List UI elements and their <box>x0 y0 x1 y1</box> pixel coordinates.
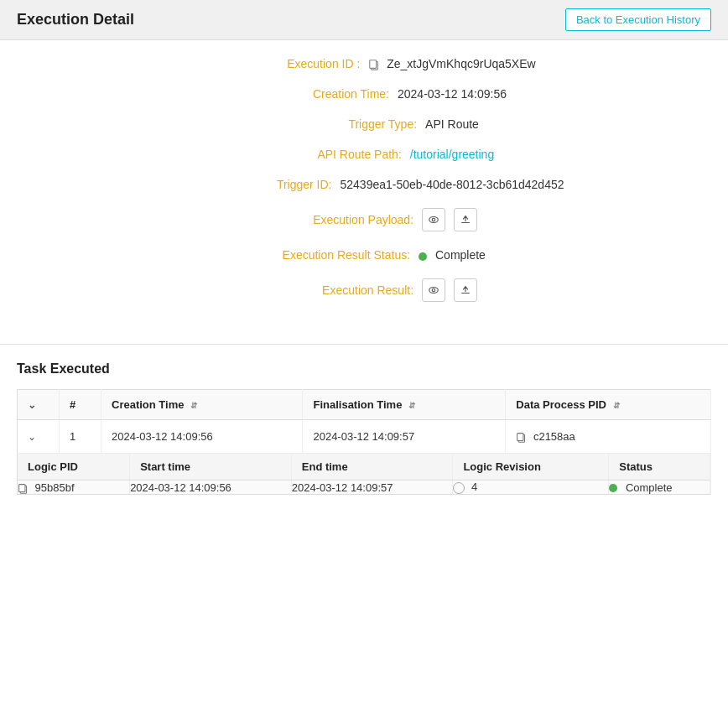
creation-time-label: Creation Time: <box>221 87 389 101</box>
status-dot-complete <box>419 252 427 261</box>
sub-col-logic-pid: Logic PID <box>18 454 130 481</box>
execution-result-download-button[interactable] <box>454 278 477 302</box>
sort-finalisation-time-icon[interactable]: ⇵ <box>408 401 415 410</box>
execution-result-status-text: Complete <box>435 248 486 262</box>
upload-icon <box>460 214 471 226</box>
execution-id-label: Execution ID : <box>192 57 360 70</box>
task-row-1: ⌄ 1 2024-03-12 14:09:56 2024-03-12 14:09… <box>18 420 711 454</box>
execution-payload-view-button[interactable] <box>422 208 445 231</box>
copy-icon[interactable] <box>368 59 380 70</box>
svg-point-5 <box>432 289 435 293</box>
copy-logic-pid-icon[interactable] <box>18 483 29 494</box>
expand-chevron-icon: ⌄ <box>28 399 36 411</box>
sub-status-dot <box>609 484 617 492</box>
col-data-process-pid: Data Process PID ⇵ <box>506 390 711 420</box>
eye-icon-2 <box>428 284 439 296</box>
task-row-data-process-pid-cell: c2158aa <box>506 420 711 454</box>
row-expand-chevron-icon[interactable]: ⌄ <box>28 431 36 443</box>
sub-logic-pid-cell: 95b85bf <box>18 481 130 494</box>
task-table-header-row: ⌄ # Creation Time ⇵ Finalisation Time ⇵ <box>18 390 711 420</box>
sort-data-process-pid-icon[interactable]: ⇵ <box>613 401 620 410</box>
sub-col-end-time: End time <box>291 454 453 481</box>
sub-logic-revision-cell: 4 <box>453 481 609 494</box>
back-to-execution-history-button[interactable]: Back to Execution History <box>565 8 711 31</box>
col-num: # <box>60 390 101 420</box>
execution-result-actions <box>422 278 482 302</box>
execution-id-value: Ze_xtJgVmKhqc9rUqa5XEw <box>368 57 535 70</box>
copy-pid-icon[interactable] <box>516 432 527 443</box>
header: Execution Detail Back to Execution Histo… <box>0 0 728 40</box>
task-section-title: Task Executed <box>17 361 711 377</box>
col-expand: ⌄ <box>18 390 60 420</box>
execution-payload-label: Execution Payload: <box>246 213 413 226</box>
execution-payload-download-button[interactable] <box>454 208 477 231</box>
sub-table: Logic PID Start time End time Logic Revi… <box>18 454 710 494</box>
execution-result-row: Execution Result: <box>34 278 694 302</box>
execution-id-row: Execution ID : Ze_xtJgVmKhqc9rUqa5XEw <box>34 57 694 70</box>
svg-point-2 <box>429 217 439 223</box>
execution-payload-actions <box>422 208 482 231</box>
detail-section: Execution ID : Ze_xtJgVmKhqc9rUqa5XEw Cr… <box>0 40 728 345</box>
eye-icon <box>428 214 439 226</box>
execution-result-label: Execution Result: <box>246 283 413 297</box>
sub-table-header-row: Logic PID Start time End time Logic Revi… <box>18 454 710 481</box>
execution-result-status-row: Execution Result Status: Complete <box>34 248 694 262</box>
api-route-path-value[interactable]: /tutorial/greeting <box>410 148 494 161</box>
trigger-id-row: Trigger ID: 52439ea1-50eb-40de-8012-3cb6… <box>34 178 694 191</box>
task-row-expand-cell: ⌄ <box>18 420 60 454</box>
sub-end-time-cell: 2024-03-12 14:09:57 <box>291 481 453 494</box>
execution-id-text: Ze_xtJgVmKhqc9rUqa5XEw <box>387 57 535 70</box>
task-sub-row-1: Logic PID Start time End time Logic Revi… <box>18 454 711 495</box>
task-sub-row-cell: Logic PID Start time End time Logic Revi… <box>18 454 711 495</box>
api-route-path-label: API Route Path: <box>234 148 402 161</box>
col-creation-time: Creation Time ⇵ <box>101 390 303 420</box>
logic-revision-circle-icon <box>453 482 465 494</box>
main-content: Execution ID : Ze_xtJgVmKhqc9rUqa5XEw Cr… <box>0 40 728 717</box>
sub-table-row-1: 95b85bf 2024-03-12 14:09:56 2024-03-12 1… <box>18 481 710 494</box>
sub-col-logic-revision: Logic Revision <box>453 454 609 481</box>
sub-col-status: Status <box>609 454 710 481</box>
page-wrapper: Execution Detail Back to Execution Histo… <box>0 0 728 717</box>
creation-time-value: 2024-03-12 14:09:56 <box>398 87 507 101</box>
col-finalisation-time: Finalisation Time ⇵ <box>303 390 506 420</box>
sort-creation-time-icon[interactable]: ⇵ <box>190 401 197 410</box>
task-row-num-cell: 1 <box>60 420 101 454</box>
svg-point-3 <box>432 219 435 222</box>
task-row-finalisation-time-cell: 2024-03-12 14:09:57 <box>303 420 506 454</box>
trigger-id-value: 52439ea1-50eb-40de-8012-3cb61d42d452 <box>340 178 564 191</box>
api-route-path-row: API Route Path: /tutorial/greeting <box>34 148 694 161</box>
task-table: ⌄ # Creation Time ⇵ Finalisation Time ⇵ <box>17 389 711 495</box>
execution-payload-row: Execution Payload: <box>34 208 694 231</box>
execution-result-status-label: Execution Result Status: <box>242 248 410 262</box>
svg-rect-7 <box>517 434 523 441</box>
svg-rect-9 <box>19 484 25 491</box>
upload-icon-2 <box>460 284 471 296</box>
sub-status-cell: Complete <box>609 481 710 494</box>
page-title: Execution Detail <box>17 11 134 29</box>
svg-point-4 <box>429 288 439 294</box>
trigger-type-row: Trigger Type: API Route <box>34 117 694 131</box>
execution-result-status-value: Complete <box>419 248 486 262</box>
trigger-type-label: Trigger Type: <box>249 117 417 131</box>
creation-time-row: Creation Time: 2024-03-12 14:09:56 <box>34 87 694 101</box>
execution-result-view-button[interactable] <box>422 278 445 302</box>
task-row-creation-time-cell: 2024-03-12 14:09:56 <box>101 420 303 454</box>
trigger-type-value: API Route <box>425 117 479 131</box>
sub-col-start-time: Start time <box>130 454 292 481</box>
trigger-id-label: Trigger ID: <box>164 178 331 191</box>
svg-rect-1 <box>370 60 377 69</box>
sub-start-time-cell: 2024-03-12 14:09:56 <box>130 481 292 494</box>
task-section: Task Executed ⌄ # Creation Time ⇵ Final <box>0 345 728 503</box>
